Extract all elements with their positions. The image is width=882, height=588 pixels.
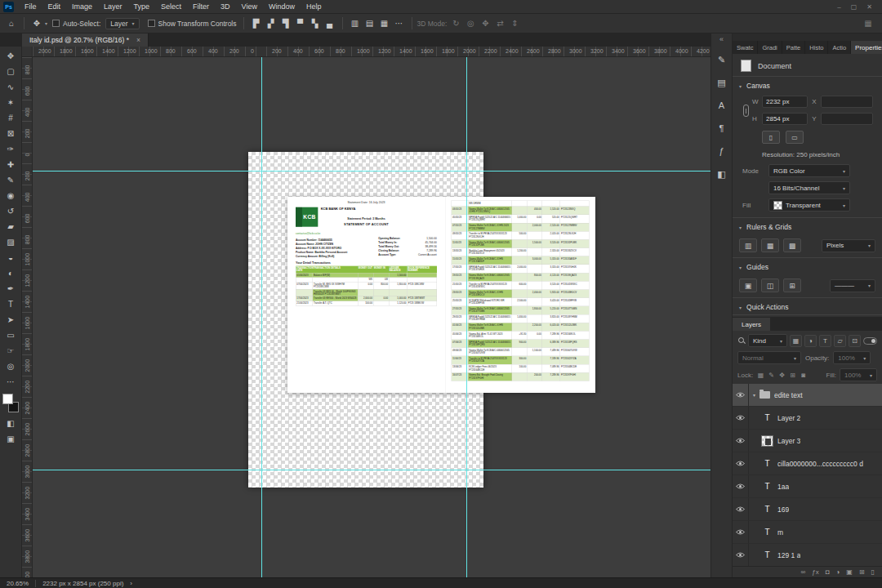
hand-tool[interactable]: ☞ <box>2 343 20 359</box>
align-vertical-centers-icon[interactable]: ▚ <box>308 19 323 28</box>
libraries-panel-icon[interactable]: ▤ <box>714 74 730 91</box>
lock-transparent-pixels-icon[interactable]: ▦ <box>756 372 765 379</box>
landscape-orientation-icon[interactable]: ▭ <box>786 131 804 144</box>
tab-layers[interactable]: Layers <box>733 318 770 331</box>
lock-artboard-icon[interactable]: ⊞ <box>788 372 797 379</box>
filter-adjustment-layers-icon[interactable]: ◑ <box>804 335 817 347</box>
guide-layout-icon[interactable]: ◫ <box>761 278 779 292</box>
menu-edit[interactable]: Edit <box>42 2 67 11</box>
menu-window[interactable]: Window <box>263 2 301 11</box>
guides-section-header[interactable]: ▾ Guides <box>733 258 882 274</box>
menu-filter[interactable]: Filter <box>187 2 215 11</box>
fill-dropdown[interactable]: 100% ▾ <box>840 368 877 381</box>
3d-slide-icon[interactable]: ⇄ <box>492 19 507 28</box>
distribute-horizontal-icon[interactable]: ▥ <box>348 19 363 28</box>
visibility-eye-icon[interactable] <box>733 475 749 497</box>
statement-artwork-layer[interactable]: Statement Date: 16 July 2023 KCB KCB BAN… <box>287 197 595 393</box>
group-expand-caret-icon[interactable]: ▾ <box>753 392 755 398</box>
clone-stamp-tool[interactable]: ◉ <box>2 188 20 203</box>
character-panel-icon[interactable]: A <box>714 97 730 114</box>
menu-view[interactable]: View <box>236 2 263 11</box>
toggle-rulers-icon[interactable]: ▥ <box>739 238 757 252</box>
current-tool-icon[interactable]: ✥ <box>29 19 44 28</box>
visibility-eye-icon[interactable] <box>733 452 749 474</box>
new-group-icon[interactable]: ▣ <box>846 568 853 576</box>
link-dimensions-icon[interactable] <box>743 105 749 117</box>
filter-smart-objects-icon[interactable]: ⊡ <box>849 335 861 347</box>
3d-scale-icon[interactable]: ⇕ <box>507 19 522 28</box>
units-dropdown[interactable]: Pixels ▾ <box>822 239 875 252</box>
canvas-width-field[interactable]: 2232 px <box>762 96 808 108</box>
3d-orbit-icon[interactable]: ↻ <box>448 19 463 28</box>
move-tool[interactable]: ✥ <box>2 48 20 64</box>
ruler-vertical[interactable]: 8006004002000200400600800100012001400160… <box>22 47 33 577</box>
ruler-horizontal[interactable]: 2000180016001400120010008006004002000200… <box>22 47 710 57</box>
gradient-tool[interactable]: ▨ <box>2 234 20 250</box>
color-mode-dropdown[interactable]: RGB Color ▾ <box>768 164 850 177</box>
new-adjustment-layer-icon[interactable]: ◑ <box>835 568 840 576</box>
auto-select-checkbox[interactable] <box>52 20 60 27</box>
guide-vertical-2[interactable] <box>466 57 467 577</box>
adjustments-panel-icon[interactable]: ◧ <box>714 166 730 182</box>
visibility-eye-icon[interactable] <box>733 521 749 543</box>
layer-row-169[interactable]: T169 <box>733 498 882 521</box>
glyphs-panel-icon[interactable]: ƒ <box>714 143 730 159</box>
filter-type-layers-icon[interactable]: T <box>819 335 831 347</box>
healing-brush-tool[interactable]: ✚ <box>2 157 20 172</box>
panel-tab-actio[interactable]: Actio <box>828 41 851 54</box>
3d-pan-icon[interactable]: ✥ <box>478 19 492 28</box>
brush-tool[interactable]: ✎ <box>2 172 20 188</box>
blend-mode-dropdown[interactable]: Normal ▾ <box>737 351 801 364</box>
visibility-eye-icon[interactable] <box>733 498 749 520</box>
panel-tab-patte[interactable]: Patte <box>782 41 806 54</box>
bit-depth-dropdown[interactable]: 16 Bits/Channel ▾ <box>768 181 850 194</box>
rulers-grids-section-header[interactable]: ▾ Rulers & Grids <box>733 218 882 234</box>
lock-position-icon[interactable]: ✥ <box>777 372 786 379</box>
layer-row-layer-2[interactable]: TLayer 2 <box>733 407 882 430</box>
visibility-eye-icon[interactable] <box>733 544 749 566</box>
visibility-eye-icon[interactable] <box>733 384 749 406</box>
quick-mask-icon[interactable]: ◧ <box>2 416 20 431</box>
add-layer-mask-icon[interactable]: ◘ <box>826 568 830 576</box>
3d-roll-icon[interactable]: ◎ <box>463 19 478 28</box>
expand-panels-icon[interactable]: « <box>719 35 724 47</box>
panel-tab-swatc[interactable]: Swatc <box>733 41 758 54</box>
portrait-orientation-icon[interactable]: ▯ <box>762 131 780 144</box>
layer-effects-icon[interactable]: ƒx <box>812 568 818 576</box>
filter-pixel-layers-icon[interactable]: ▦ <box>790 335 802 347</box>
quick-actions-section-header[interactable]: ▾ Quick Actions <box>733 298 882 314</box>
align-right-edges-icon[interactable]: ▜ <box>278 19 293 28</box>
panel-tab-properties[interactable]: Properties <box>851 41 882 54</box>
layer-row-m[interactable]: Tm <box>733 521 882 544</box>
auto-select-target-dropdown[interactable]: Layer ▾ <box>105 18 139 29</box>
align-horizontal-centers-icon[interactable]: ▞ <box>264 19 278 28</box>
eraser-tool[interactable]: ▰ <box>2 219 20 234</box>
layer-row-1aa[interactable]: T1aa <box>733 475 882 498</box>
layer-filter-toggle[interactable] <box>863 337 877 345</box>
delete-layer-icon[interactable]: ▯ <box>871 568 875 576</box>
lock-image-pixels-icon[interactable]: ✎ <box>767 372 776 379</box>
path-selection-tool[interactable]: ➤ <box>2 312 20 327</box>
add-guide-icon[interactable]: ▣ <box>739 278 757 292</box>
marquee-tool[interactable]: ▢ <box>2 64 20 79</box>
link-layers-icon[interactable]: ∞ <box>800 568 805 576</box>
filter-shape-layers-icon[interactable]: ▱ <box>834 335 846 347</box>
opacity-dropdown[interactable]: 100% ▾ <box>833 351 871 364</box>
align-options-icon[interactable]: ⋯ <box>392 19 407 28</box>
shape-tool[interactable]: ▭ <box>2 327 20 343</box>
layer-row-layer-3[interactable]: Layer 3 <box>733 430 882 452</box>
frame-tool[interactable]: ⊠ <box>2 126 20 141</box>
align-left-edges-icon[interactable]: ▛ <box>249 19 264 28</box>
home-icon[interactable]: ⌂ <box>4 19 19 28</box>
align-bottom-edges-icon[interactable]: ▄ <box>323 19 337 28</box>
document-tab[interactable]: Italy id.psd @ 20.7% (RGB/16) * × <box>22 33 149 47</box>
close-icon[interactable]: ✕ <box>866 3 872 11</box>
toggle-grid-icon[interactable]: ▦ <box>761 238 779 252</box>
paragraph-panel-icon[interactable]: ¶ <box>714 120 730 136</box>
quick-selection-tool[interactable]: ✶ <box>2 95 20 110</box>
menu-help[interactable]: Help <box>301 2 327 11</box>
menu-select[interactable]: Select <box>155 2 187 11</box>
type-tool[interactable]: T <box>2 296 20 312</box>
align-top-edges-icon[interactable]: ▀ <box>293 19 308 28</box>
history-brush-tool[interactable]: ↺ <box>2 203 20 219</box>
